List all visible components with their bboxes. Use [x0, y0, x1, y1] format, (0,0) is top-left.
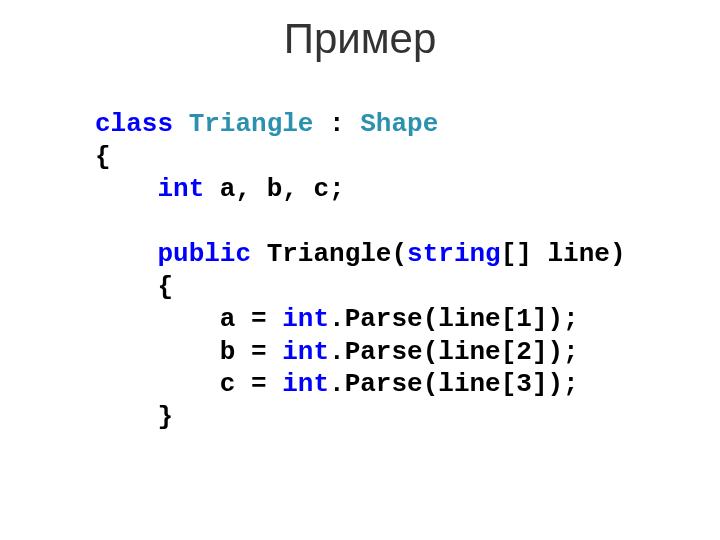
keyword-int-b: int	[282, 337, 329, 367]
keyword-public: public	[157, 239, 251, 269]
keyword-int-fields: int	[157, 174, 204, 204]
assign-c: c =	[220, 369, 282, 399]
keyword-class: class	[95, 109, 173, 139]
colon: :	[313, 109, 360, 139]
slide-title: Пример	[40, 15, 680, 63]
slide-container: Пример class Triangle : Shape { int a, b…	[0, 0, 720, 540]
ctor-name: Triangle(	[251, 239, 407, 269]
parse-a: .Parse(line[1]);	[329, 304, 579, 334]
keyword-string: string	[407, 239, 501, 269]
fields-decl: a, b, c;	[204, 174, 344, 204]
parse-c: .Parse(line[3]);	[329, 369, 579, 399]
brace-open-2: {	[157, 272, 173, 302]
keyword-int-a: int	[282, 304, 329, 334]
parse-b: .Parse(line[2]);	[329, 337, 579, 367]
type-shape: Shape	[360, 109, 438, 139]
type-triangle: Triangle	[189, 109, 314, 139]
keyword-int-c: int	[282, 369, 329, 399]
brace-close-2: }	[157, 402, 173, 432]
brace-open-1: {	[95, 142, 111, 172]
ctor-params: [] line)	[501, 239, 626, 269]
assign-b: b =	[220, 337, 282, 367]
code-block: class Triangle : Shape { int a, b, c; pu…	[40, 108, 680, 433]
assign-a: a =	[220, 304, 282, 334]
